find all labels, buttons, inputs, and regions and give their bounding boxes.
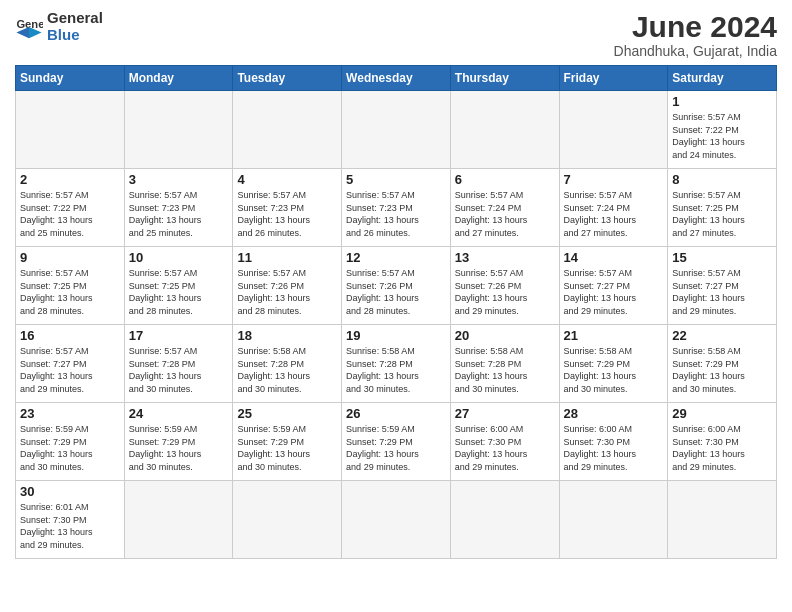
day-29: 29 Sunrise: 6:00 AMSunset: 7:30 PMDaylig… <box>668 403 777 481</box>
calendar-table: Sunday Monday Tuesday Wednesday Thursday… <box>15 65 777 559</box>
day-14: 14 Sunrise: 5:57 AMSunset: 7:27 PMDaylig… <box>559 247 668 325</box>
day-10: 10 Sunrise: 5:57 AMSunset: 7:25 PMDaylig… <box>124 247 233 325</box>
day-2: 2 Sunrise: 5:57 AMSunset: 7:22 PMDayligh… <box>16 169 125 247</box>
day-12: 12 Sunrise: 5:57 AMSunset: 7:26 PMDaylig… <box>342 247 451 325</box>
header-saturday: Saturday <box>668 66 777 91</box>
day-23: 23 Sunrise: 5:59 AMSunset: 7:29 PMDaylig… <box>16 403 125 481</box>
week-row-5: 23 Sunrise: 5:59 AMSunset: 7:29 PMDaylig… <box>16 403 777 481</box>
day-8: 8 Sunrise: 5:57 AMSunset: 7:25 PMDayligh… <box>668 169 777 247</box>
logo-icon: General <box>15 13 43 41</box>
day-empty-2 <box>124 91 233 169</box>
header-friday: Friday <box>559 66 668 91</box>
day-25: 25 Sunrise: 5:59 AMSunset: 7:29 PMDaylig… <box>233 403 342 481</box>
day-20: 20 Sunrise: 5:58 AMSunset: 7:28 PMDaylig… <box>450 325 559 403</box>
calendar-subtitle: Dhandhuka, Gujarat, India <box>614 43 777 59</box>
title-area: June 2024 Dhandhuka, Gujarat, India <box>614 10 777 59</box>
day-empty-10 <box>450 481 559 559</box>
day-16: 16 Sunrise: 5:57 AMSunset: 7:27 PMDaylig… <box>16 325 125 403</box>
logo-general: General <box>47 10 103 27</box>
day-24: 24 Sunrise: 5:59 AMSunset: 7:29 PMDaylig… <box>124 403 233 481</box>
day-empty-1 <box>16 91 125 169</box>
week-row-3: 9 Sunrise: 5:57 AMSunset: 7:25 PMDayligh… <box>16 247 777 325</box>
day-26: 26 Sunrise: 5:59 AMSunset: 7:29 PMDaylig… <box>342 403 451 481</box>
header-tuesday: Tuesday <box>233 66 342 91</box>
header-sunday: Sunday <box>16 66 125 91</box>
day-empty-12 <box>668 481 777 559</box>
day-empty-5 <box>450 91 559 169</box>
day-21: 21 Sunrise: 5:58 AMSunset: 7:29 PMDaylig… <box>559 325 668 403</box>
logo-blue: Blue <box>47 27 103 44</box>
day-30: 30 Sunrise: 6:01 AMSunset: 7:30 PMDaylig… <box>16 481 125 559</box>
day-19: 19 Sunrise: 5:58 AMSunset: 7:28 PMDaylig… <box>342 325 451 403</box>
day-17: 17 Sunrise: 5:57 AMSunset: 7:28 PMDaylig… <box>124 325 233 403</box>
day-7: 7 Sunrise: 5:57 AMSunset: 7:24 PMDayligh… <box>559 169 668 247</box>
day-empty-7 <box>124 481 233 559</box>
day-9: 9 Sunrise: 5:57 AMSunset: 7:25 PMDayligh… <box>16 247 125 325</box>
day-5: 5 Sunrise: 5:57 AMSunset: 7:23 PMDayligh… <box>342 169 451 247</box>
header-monday: Monday <box>124 66 233 91</box>
day-empty-3 <box>233 91 342 169</box>
week-row-6: 30 Sunrise: 6:01 AMSunset: 7:30 PMDaylig… <box>16 481 777 559</box>
header: General General Blue June 2024 Dhandhuka… <box>15 10 777 59</box>
day-empty-8 <box>233 481 342 559</box>
day-empty-6 <box>559 91 668 169</box>
week-row-1: 1 Sunrise: 5:57 AMSunset: 7:22 PMDayligh… <box>16 91 777 169</box>
week-row-4: 16 Sunrise: 5:57 AMSunset: 7:27 PMDaylig… <box>16 325 777 403</box>
day-empty-11 <box>559 481 668 559</box>
calendar-page: General General Blue June 2024 Dhandhuka… <box>0 0 792 612</box>
calendar-title: June 2024 <box>614 10 777 43</box>
header-thursday: Thursday <box>450 66 559 91</box>
day-3: 3 Sunrise: 5:57 AMSunset: 7:23 PMDayligh… <box>124 169 233 247</box>
week-row-2: 2 Sunrise: 5:57 AMSunset: 7:22 PMDayligh… <box>16 169 777 247</box>
day-15: 15 Sunrise: 5:57 AMSunset: 7:27 PMDaylig… <box>668 247 777 325</box>
day-18: 18 Sunrise: 5:58 AMSunset: 7:28 PMDaylig… <box>233 325 342 403</box>
day-1: 1 Sunrise: 5:57 AMSunset: 7:22 PMDayligh… <box>668 91 777 169</box>
logo: General General Blue <box>15 10 103 43</box>
header-wednesday: Wednesday <box>342 66 451 91</box>
day-empty-9 <box>342 481 451 559</box>
day-13: 13 Sunrise: 5:57 AMSunset: 7:26 PMDaylig… <box>450 247 559 325</box>
day-22: 22 Sunrise: 5:58 AMSunset: 7:29 PMDaylig… <box>668 325 777 403</box>
day-28: 28 Sunrise: 6:00 AMSunset: 7:30 PMDaylig… <box>559 403 668 481</box>
day-4: 4 Sunrise: 5:57 AMSunset: 7:23 PMDayligh… <box>233 169 342 247</box>
day-empty-4 <box>342 91 451 169</box>
day-6: 6 Sunrise: 5:57 AMSunset: 7:24 PMDayligh… <box>450 169 559 247</box>
day-11: 11 Sunrise: 5:57 AMSunset: 7:26 PMDaylig… <box>233 247 342 325</box>
day-27: 27 Sunrise: 6:00 AMSunset: 7:30 PMDaylig… <box>450 403 559 481</box>
weekday-header-row: Sunday Monday Tuesday Wednesday Thursday… <box>16 66 777 91</box>
